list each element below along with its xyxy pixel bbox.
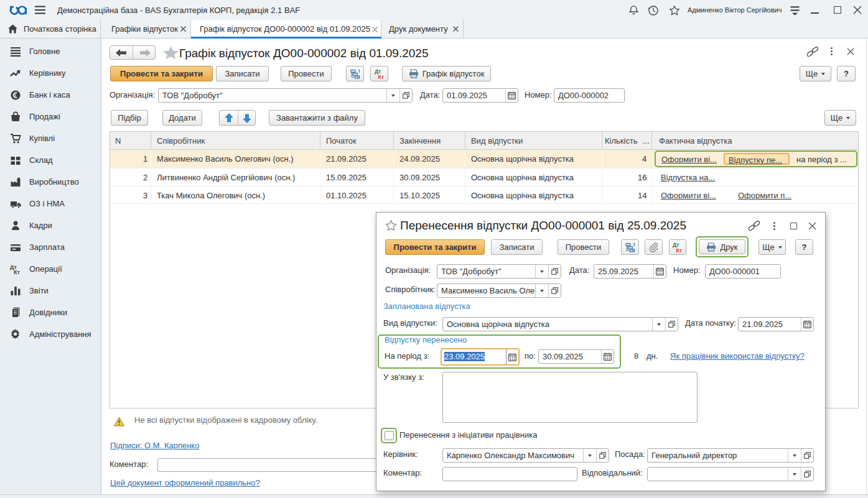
svg-text:Кт: Кт xyxy=(378,73,383,80)
svg-text:Кт: Кт xyxy=(676,247,682,253)
svg-text:Кт: Кт xyxy=(14,269,20,275)
